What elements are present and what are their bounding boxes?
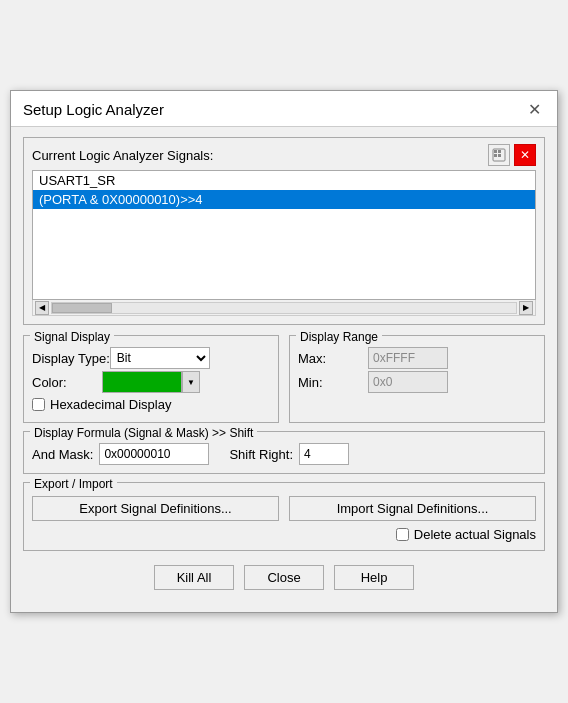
- display-type-row: Display Type: Bit Analog Hex: [32, 347, 270, 369]
- hex-display-checkbox[interactable]: [32, 398, 45, 411]
- svg-rect-3: [494, 154, 497, 157]
- signal-display-title: Signal Display: [30, 330, 114, 344]
- display-range-group: Display Range Max: Min:: [289, 335, 545, 423]
- color-dropdown-btn[interactable]: ▼: [182, 371, 200, 393]
- signal-item[interactable]: USART1_SR: [33, 171, 535, 190]
- close-dialog-button[interactable]: Close: [244, 565, 324, 590]
- signal-display-group: Signal Display Display Type: Bit Analog …: [23, 335, 279, 423]
- horizontal-scrollbar[interactable]: ◀ ▶: [32, 300, 536, 316]
- color-label: Color:: [32, 375, 102, 390]
- delete-signals-label: Delete actual Signals: [414, 527, 536, 542]
- scroll-track: [51, 302, 517, 314]
- display-range-title: Display Range: [296, 330, 382, 344]
- export-group: Export / Import Export Signal Definition…: [23, 482, 545, 551]
- and-mask-input[interactable]: [99, 443, 209, 465]
- min-row: Min:: [298, 371, 536, 393]
- hex-display-label: Hexadecimal Display: [50, 397, 171, 412]
- dialog-body: Current Logic Analyzer Signals: ✕: [11, 127, 557, 612]
- delete-row: Delete actual Signals: [32, 527, 536, 542]
- close-button[interactable]: ✕: [524, 102, 545, 118]
- hex-display-row: Hexadecimal Display: [32, 397, 270, 412]
- formula-title: Display Formula (Signal & Mask) >> Shift: [30, 426, 257, 440]
- export-row: Export Signal Definitions... Import Sign…: [32, 496, 536, 521]
- signals-group-icons: ✕: [488, 144, 536, 166]
- formula-group: Display Formula (Signal & Mask) >> Shift…: [23, 431, 545, 474]
- max-label: Max:: [298, 351, 368, 366]
- color-preview: [102, 371, 182, 393]
- add-signal-button[interactable]: [488, 144, 510, 166]
- min-label: Min:: [298, 375, 368, 390]
- svg-rect-1: [494, 150, 497, 153]
- shift-right-input[interactable]: [299, 443, 349, 465]
- formula-row: And Mask: Shift Right:: [32, 443, 536, 465]
- remove-signal-button[interactable]: ✕: [514, 144, 536, 166]
- signals-group: Current Logic Analyzer Signals: ✕: [23, 137, 545, 325]
- scroll-thumb[interactable]: [52, 303, 112, 313]
- bottom-bar: Kill All Close Help: [23, 561, 545, 600]
- scroll-right-btn[interactable]: ▶: [519, 301, 533, 315]
- color-row: Color: ▼: [32, 371, 270, 393]
- scroll-left-btn[interactable]: ◀: [35, 301, 49, 315]
- svg-rect-2: [498, 150, 501, 153]
- min-input[interactable]: [368, 371, 448, 393]
- display-type-label: Display Type:: [32, 351, 110, 366]
- shift-right-field: Shift Right:: [229, 443, 349, 465]
- dialog-title: Setup Logic Analyzer: [23, 101, 164, 118]
- middle-row: Signal Display Display Type: Bit Analog …: [23, 335, 545, 423]
- signals-group-label: Current Logic Analyzer Signals:: [32, 148, 213, 163]
- export-title: Export / Import: [30, 477, 117, 491]
- kill-all-button[interactable]: Kill All: [154, 565, 234, 590]
- title-bar: Setup Logic Analyzer ✕: [11, 91, 557, 127]
- svg-rect-4: [498, 154, 501, 157]
- signals-group-header: Current Logic Analyzer Signals: ✕: [32, 144, 536, 166]
- shift-right-label: Shift Right:: [229, 447, 293, 462]
- dialog: Setup Logic Analyzer ✕ Current Logic Ana…: [10, 90, 558, 613]
- display-type-select[interactable]: Bit Analog Hex: [110, 347, 210, 369]
- export-button[interactable]: Export Signal Definitions...: [32, 496, 279, 521]
- and-mask-field: And Mask:: [32, 443, 209, 465]
- delete-signals-checkbox[interactable]: [396, 528, 409, 541]
- help-button[interactable]: Help: [334, 565, 414, 590]
- max-input[interactable]: [368, 347, 448, 369]
- import-button[interactable]: Import Signal Definitions...: [289, 496, 536, 521]
- signal-item-selected[interactable]: (PORTA & 0X00000010)>>4: [33, 190, 535, 209]
- add-signal-icon: [492, 148, 506, 162]
- max-row: Max:: [298, 347, 536, 369]
- and-mask-label: And Mask:: [32, 447, 93, 462]
- display-type-wrapper: Bit Analog Hex: [110, 347, 210, 369]
- signals-list[interactable]: USART1_SR (PORTA & 0X00000010)>>4: [32, 170, 536, 300]
